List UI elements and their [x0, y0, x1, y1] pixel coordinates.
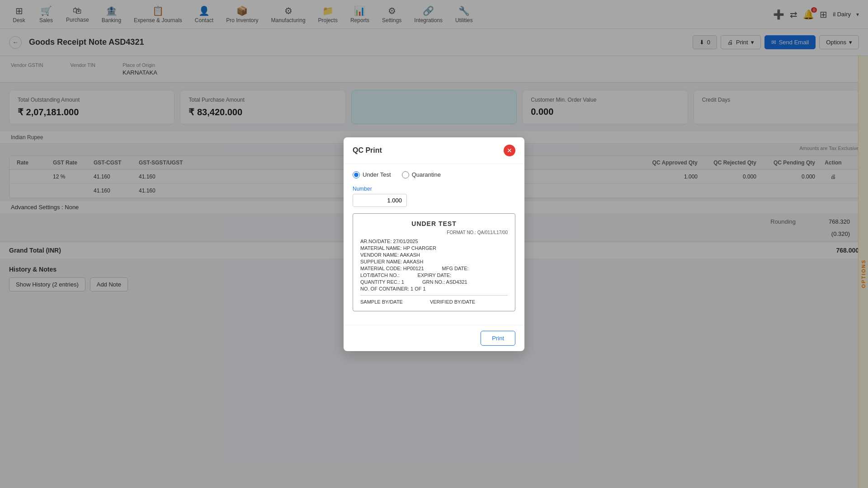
qc-code-mfg-row: MATERIAL CODE: HP00121 MFG DATE:	[360, 266, 508, 271]
modal-overlay[interactable]: QC Print ✕ Under Test Quarantine Number	[0, 0, 868, 488]
qc-divider	[360, 295, 508, 296]
print-type-radio-group: Under Test Quarantine	[353, 171, 515, 178]
qc-vendor-name: VENDOR NAME: AAKASH	[360, 252, 508, 258]
qc-lot-expiry-row: LOT/BATCH NO.: EXPIRY DATE:	[360, 272, 508, 278]
qc-material-name: MATERIAL NAME: HP CHARGER	[360, 245, 508, 251]
under-test-radio[interactable]	[353, 171, 360, 178]
qc-verified-by: VERIFIED BY/DATE	[430, 299, 475, 305]
qc-container: NO. OF CONTAINER: 1 OF 1	[360, 286, 508, 291]
quarantine-radio-label[interactable]: Quarantine	[402, 171, 441, 178]
qc-expiry-date: EXPIRY DATE:	[418, 272, 452, 278]
modal-title: QC Print	[353, 146, 382, 155]
under-test-radio-label[interactable]: Under Test	[353, 171, 391, 178]
modal-print-button[interactable]: Print	[481, 331, 515, 346]
qc-qty-rec: QUANTITY REC.: 1	[360, 279, 404, 285]
qc-ar-date: AR.NO/DATE: 27/01/2025	[360, 239, 508, 244]
qc-signatures: SAMPLE BY/DATE VERIFIED BY/DATE	[360, 299, 508, 305]
qc-print-modal: QC Print ✕ Under Test Quarantine Number	[344, 137, 524, 351]
number-input[interactable]	[353, 194, 407, 207]
modal-header: QC Print ✕	[344, 137, 524, 164]
quarantine-radio[interactable]	[402, 171, 409, 178]
qc-print-preview: UNDER TEST FORMAT NO.: QA/011/L17/00 AR.…	[353, 213, 515, 311]
number-input-group: Number	[353, 186, 515, 207]
qc-mfg-date: MFG DATE:	[442, 266, 469, 271]
qc-grn-no: GRN NO.: ASD4321	[422, 279, 467, 285]
qc-lot-no: LOT/BATCH NO.:	[360, 272, 400, 278]
qc-qty-grn-row: QUANTITY REC.: 1 GRN NO.: ASD4321	[360, 279, 508, 285]
qc-format: FORMAT NO.: QA/011/L17/00	[360, 230, 508, 235]
qc-heading: UNDER TEST	[360, 220, 508, 227]
modal-body: Under Test Quarantine Number UNDER TEST …	[344, 164, 524, 325]
number-label: Number	[353, 186, 515, 192]
qc-sample-by: SAMPLE BY/DATE	[360, 299, 403, 305]
modal-close-button[interactable]: ✕	[504, 145, 515, 156]
qc-material-code: MATERIAL CODE: HP00121	[360, 266, 424, 271]
qc-fields: AR.NO/DATE: 27/01/2025 MATERIAL NAME: HP…	[360, 239, 508, 291]
modal-footer: Print	[344, 325, 524, 351]
qc-supplier-name: SUPPLIER NAME: AAKASH	[360, 259, 508, 264]
